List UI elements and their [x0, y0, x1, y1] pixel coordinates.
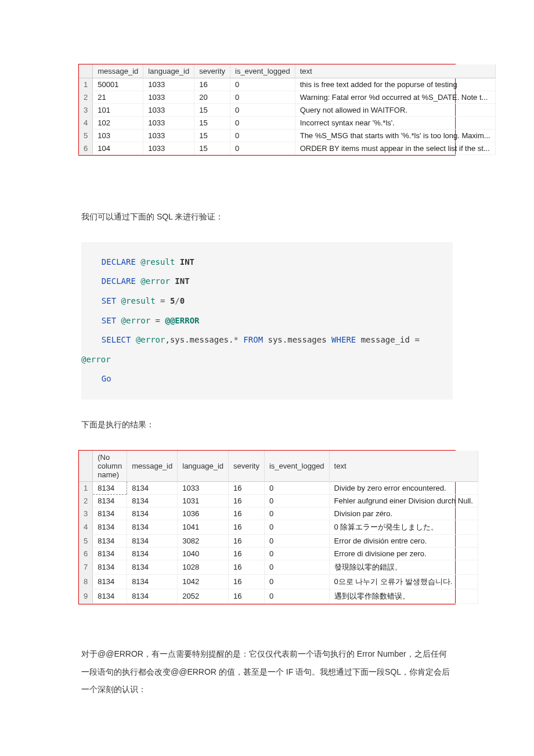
kw-declare: DECLARE	[102, 276, 136, 286]
cell-nocol: 8134	[93, 560, 127, 574]
col-severity: severity	[194, 64, 230, 78]
cell-is-event-logged: 0	[230, 104, 295, 117]
cell-message-id: 103	[93, 129, 143, 142]
kw-select: SELECT	[102, 335, 131, 344]
cell-severity: 16	[229, 547, 265, 560]
cell-severity: 16	[229, 534, 265, 547]
op-star: *	[233, 335, 238, 344]
kw-go: Go	[102, 374, 111, 383]
rownum: 1	[79, 78, 93, 91]
para-explain: 对于@@ERROR，有一点需要特别提醒的是：它仅仅代表前一个语句执行的 Erro…	[81, 645, 453, 699]
cell-message-id: 8134	[127, 481, 178, 494]
table-row: 48134813410411600 除算エラーが発生しました。	[79, 520, 478, 534]
col-message-id: message_id	[127, 451, 178, 482]
cell-severity: 16	[229, 589, 265, 603]
cell-text: Divide by zero error encountered.	[329, 481, 478, 494]
table-row: 31011033150Query not allowed in WAITFOR.	[79, 104, 495, 117]
table-row: 7813481341028160發現除以零的錯誤。	[79, 560, 478, 574]
cell-nocol: 8134	[93, 494, 127, 507]
table-row: 41021033150Incorrect syntax near '%.*ls'…	[79, 117, 495, 129]
cell-text: Division par zéro.	[329, 507, 478, 520]
cell-text: ORDER BY items must appear in the select…	[295, 142, 495, 155]
cell-language-id: 1033	[143, 91, 194, 104]
cell-text: Query not allowed in WAITFOR.	[295, 104, 495, 117]
cell-message-id: 101	[93, 104, 143, 117]
cell-text: Error de división entre cero.	[329, 534, 478, 547]
cell-is-event-logged: 0	[264, 494, 329, 507]
rownum: 2	[79, 91, 93, 104]
cell-language-id: 1033	[143, 142, 194, 155]
table-row: 2211033200Warning: Fatal error %d occurr…	[79, 91, 495, 104]
cell-language-id: 1033	[143, 78, 194, 91]
cell-message-id: 8134	[127, 547, 178, 560]
kw-set: SET	[102, 296, 116, 305]
cell-message-id: 102	[93, 117, 143, 129]
table-row: 61041033150ORDER BY items must appear in…	[79, 142, 495, 155]
txt-sysmessages: ,sys.messages.	[165, 335, 233, 344]
sql-code-block: DECLARE @result INT DECLARE @error INT S…	[81, 242, 453, 399]
rownum: 3	[79, 104, 93, 117]
rownum-header	[79, 451, 93, 482]
cell-is-event-logged: 0	[264, 520, 329, 534]
cell-text: 0으로 나누기 오류가 발생했습니다.	[329, 574, 478, 589]
cell-nocol: 8134	[93, 589, 127, 603]
cell-text: The %S_MSG that starts with '%.*ls' is t…	[295, 129, 495, 142]
rownum: 7	[79, 560, 93, 574]
op-div: /	[175, 296, 179, 305]
col-no-column-name: (No column name)	[93, 451, 127, 482]
cell-is-event-logged: 0	[264, 534, 329, 547]
cell-is-event-logged: 0	[230, 129, 295, 142]
cell-message-id: 8134	[127, 507, 178, 520]
col-language-id: language_id	[143, 64, 194, 78]
cell-message-id: 8134	[127, 589, 178, 603]
cell-message-id: 8134	[127, 520, 178, 534]
cell-language-id: 1042	[178, 574, 229, 589]
type-int: INT	[180, 257, 194, 267]
var-error: @error	[81, 355, 111, 364]
cell-text: this is free text added for the popurse …	[295, 78, 495, 91]
rownum: 2	[79, 494, 93, 507]
var-result: @result	[121, 296, 156, 305]
rownum-header	[79, 64, 93, 78]
cell-text: Errore di divisione per zero.	[329, 547, 478, 560]
type-int: INT	[175, 276, 189, 286]
para-result: 下面是执行的结果：	[81, 416, 453, 434]
cell-severity: 15	[194, 117, 230, 129]
col-message-id: message_id	[93, 64, 143, 78]
cell-language-id: 1033	[143, 129, 194, 142]
cell-is-event-logged: 0	[264, 507, 329, 520]
cell-message-id: 8134	[127, 494, 178, 507]
cell-message-id: 8134	[127, 574, 178, 589]
var-result: @result	[140, 257, 175, 267]
var-error: @error	[140, 276, 170, 286]
table-row: 88134813410421600으로 나누기 오류가 발생했습니다.	[79, 574, 478, 589]
table-row: 1813481341033160Divide by zero error enc…	[79, 481, 478, 494]
table-row: 2813481341031160Fehler aufgrund einer Di…	[79, 494, 478, 507]
cell-language-id: 1040	[178, 547, 229, 560]
cell-is-event-logged: 0	[230, 78, 295, 91]
cell-is-event-logged: 0	[230, 142, 295, 155]
cell-text: 0 除算エラーが発生しました。	[329, 520, 478, 534]
cell-nocol: 8134	[93, 534, 127, 547]
rownum: 6	[79, 142, 93, 155]
cell-severity: 15	[194, 104, 230, 117]
op-eq: =	[156, 316, 160, 325]
op-eq: =	[160, 296, 165, 305]
kw-from: FROM	[243, 335, 263, 344]
sys-messages-table: message_id language_id severity is_event…	[78, 64, 456, 156]
cell-language-id: 1036	[178, 507, 229, 520]
cell-severity: 16	[229, 574, 265, 589]
cell-is-event-logged: 0	[264, 547, 329, 560]
var-error: @error	[136, 335, 165, 344]
cell-language-id: 2052	[178, 589, 229, 603]
cell-severity: 16	[229, 560, 265, 574]
cell-message-id: 50001	[93, 78, 143, 91]
cell-language-id: 1033	[143, 104, 194, 117]
col-is-event-logged: is_event_logged	[230, 64, 295, 78]
cell-nocol: 8134	[93, 481, 127, 494]
para-intro: 我们可以通过下面的 SQL 来进行验证：	[81, 208, 453, 226]
cell-is-event-logged: 0	[264, 589, 329, 603]
cell-severity: 20	[194, 91, 230, 104]
global-error: @@ERROR	[165, 316, 199, 325]
col-is-event-logged: is_event_logged	[264, 451, 329, 482]
